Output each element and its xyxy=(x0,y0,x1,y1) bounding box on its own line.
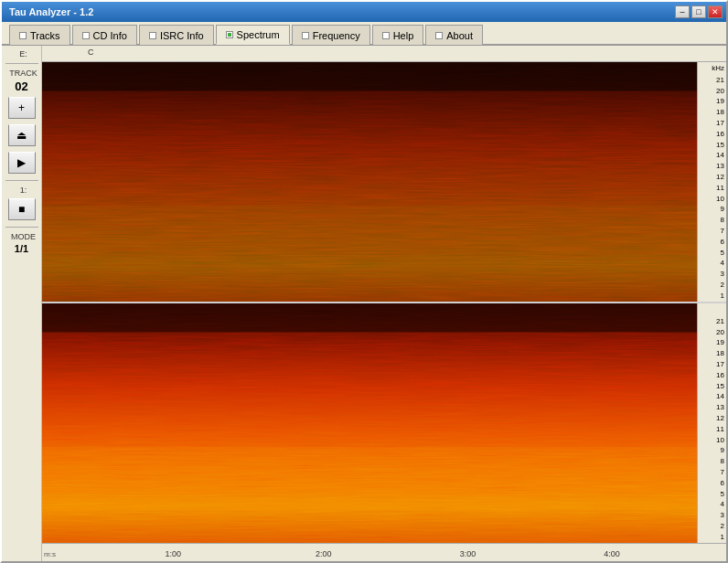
tab-indicator-isrc_info xyxy=(149,32,156,39)
freq-tick-15: 15 xyxy=(700,142,724,149)
tab-label-spectrum: Spectrum xyxy=(237,29,280,40)
track-value: 02 xyxy=(15,80,27,93)
freq-tick-4: 4 xyxy=(700,260,724,267)
page-label: 1: xyxy=(2,186,41,195)
spectrogram-texture-bottom xyxy=(42,303,697,543)
top-ruler: C xyxy=(42,46,726,62)
drive-label: E: xyxy=(2,49,41,58)
tab-spectrum[interactable]: Spectrum xyxy=(216,25,290,45)
freq-tick-17: 17 xyxy=(700,120,724,127)
window-title: Tau Analyzer - 1.2 xyxy=(5,6,93,17)
spectrogram-bottom: kHz 21 20 19 18 17 16 15 14 13 12 11 10 … xyxy=(42,303,726,543)
freq-tick-10: 10 xyxy=(700,196,724,203)
stop-button[interactable]: ■ xyxy=(8,198,36,220)
tab-label-cd_info: CD Info xyxy=(93,30,127,41)
spectrogram-panels: kHz 21 20 19 18 17 16 15 14 13 12 11 10 … xyxy=(42,62,726,543)
tab-label-isrc_info: ISRC Info xyxy=(160,30,204,41)
bottom-ruler: m:s 1:00 2:00 3:00 4:00 xyxy=(42,543,726,561)
tab-indicator-tracks xyxy=(19,32,27,39)
freq-tick-21: 21 xyxy=(700,77,724,84)
spectrogram-canvas-top xyxy=(42,62,697,302)
tab-frequency[interactable]: Frequency xyxy=(292,25,370,45)
tab-label-help: Help xyxy=(393,30,414,41)
freq-tick-1: 1 xyxy=(700,292,724,300)
sidebar: E: TRACK 02 + ⏏ ▶ 1: ■ MODE 1/1 xyxy=(2,46,42,561)
tab-indicator-help xyxy=(382,32,390,39)
app-window: Tau Analyzer - 1.2 – □ ✕ TracksCD InfoIS… xyxy=(0,0,728,563)
tab-label-about: About xyxy=(446,30,473,41)
tabs-bar: TracksCD InfoISRC InfoSpectrumFrequencyH… xyxy=(2,22,726,46)
tab-label-tracks: Tracks xyxy=(30,30,60,41)
tab-indicator-spectrum xyxy=(226,31,233,38)
top-marker: C xyxy=(88,48,94,57)
time-tick-1: 1:00 xyxy=(165,549,181,558)
time-tick-3: 3:00 xyxy=(460,549,476,558)
freq-tick-20: 20 xyxy=(700,88,724,95)
tab-indicator-about xyxy=(435,32,443,39)
freq-tick-18: 18 xyxy=(700,109,724,116)
minimize-button[interactable]: – xyxy=(675,5,690,18)
title-bar: Tau Analyzer - 1.2 – □ ✕ xyxy=(2,2,726,22)
close-button[interactable]: ✕ xyxy=(708,5,723,18)
freq-tick-13: 13 xyxy=(700,163,724,170)
freq-tick-9: 9 xyxy=(700,206,724,213)
maximize-button[interactable]: □ xyxy=(691,5,706,18)
freq-tick-19: 19 xyxy=(700,98,724,105)
spectrogram-texture-top xyxy=(42,62,697,302)
tab-about[interactable]: About xyxy=(425,25,483,45)
tab-indicator-frequency xyxy=(302,32,309,39)
freq-tick-7: 7 xyxy=(700,228,724,235)
tab-indicator-cd_info xyxy=(82,32,90,39)
tab-tracks[interactable]: Tracks xyxy=(9,25,70,45)
freq-tick-8: 8 xyxy=(700,217,724,224)
tab-cd_info[interactable]: CD Info xyxy=(72,25,137,45)
freq-tick-14: 14 xyxy=(700,152,724,159)
tab-isrc_info[interactable]: ISRC Info xyxy=(139,25,214,45)
time-tick-4: 4:00 xyxy=(604,549,620,558)
spectrogram-top: kHz 21 20 19 18 17 16 15 14 13 12 11 10 … xyxy=(42,62,726,302)
eject-button[interactable]: ⏏ xyxy=(8,124,36,146)
freq-tick-2: 2 xyxy=(700,282,724,289)
main-area: E: TRACK 02 + ⏏ ▶ 1: ■ MODE 1/1 C xyxy=(2,46,726,561)
freq-scale-header-top: kHz xyxy=(700,64,724,72)
freq-tick-11: 11 xyxy=(700,185,724,192)
freq-tick-16: 16 xyxy=(700,131,724,138)
spectrogram-canvas-bottom xyxy=(42,303,697,543)
freq-scale-top: kHz 21 20 19 18 17 16 15 14 13 12 11 10 … xyxy=(697,62,726,302)
svg-rect-5 xyxy=(42,62,697,302)
svg-rect-9 xyxy=(42,303,697,543)
sidebar-divider-3 xyxy=(5,227,38,228)
plus-button[interactable]: + xyxy=(8,97,36,119)
time-tick-2: 2:00 xyxy=(316,549,332,558)
freq-tick-3: 3 xyxy=(700,271,724,278)
window-controls: – □ ✕ xyxy=(675,5,723,18)
tab-label-frequency: Frequency xyxy=(313,30,360,41)
sidebar-divider-2 xyxy=(5,180,38,181)
freq-tick-5: 5 xyxy=(700,250,724,257)
freq-tick-6: 6 xyxy=(700,239,724,246)
track-label: TRACK xyxy=(2,69,41,78)
content-area: C xyxy=(42,46,726,561)
mode-value: 1/1 xyxy=(15,243,28,254)
mode-label: MODE xyxy=(2,232,41,241)
play-button[interactable]: ▶ xyxy=(8,152,36,174)
freq-scale-bottom: kHz 21 20 19 18 17 16 15 14 13 12 11 10 … xyxy=(697,303,726,543)
freq-tick-12: 12 xyxy=(700,174,724,181)
sidebar-divider-1 xyxy=(5,63,38,64)
tab-help[interactable]: Help xyxy=(372,25,424,45)
time-ruler-inner: 1:00 2:00 3:00 4:00 xyxy=(42,544,697,561)
